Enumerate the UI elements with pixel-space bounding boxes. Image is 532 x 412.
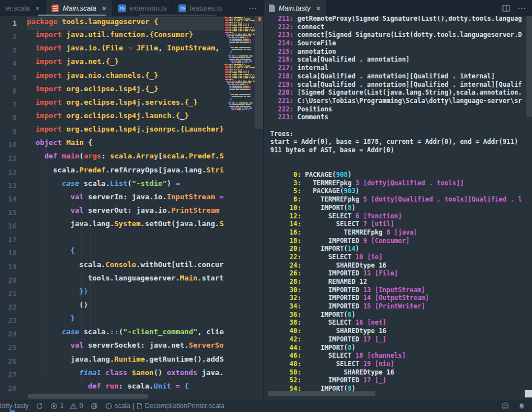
tasty-line[interactable]: 46: SELECT 18 [channels] [270, 352, 522, 360]
line-number[interactable]: 14 [0, 193, 27, 206]
tasty-line[interactable]: 220: [Signed Signature(List(java.lang.St… [270, 88, 522, 97]
tasty-line[interactable]: 10: IMPORT(8) [270, 204, 522, 212]
problems-item[interactable]: 1 0 [50, 402, 83, 410]
line-number[interactable]: 19 [0, 260, 27, 274]
tab-er-scala[interactable]: er.scala × [0, 0, 46, 16]
language-mode-item[interactable]: scala | DecompilationPrinter.scala [105, 402, 224, 410]
tasty-line[interactable] [270, 154, 522, 163]
overview-ruler[interactable] [255, 16, 263, 400]
tasty-line[interactable]: 44: IMPORT(8) [270, 344, 522, 352]
code-line[interactable]: import java.util.function.{Consumer} [27, 30, 224, 44]
code-line[interactable]: val serverSocket: java.net.ServerSoc [27, 341, 224, 354]
tasty-line[interactable]: 0: PACKAGE(908) [270, 171, 522, 179]
line-number[interactable]: 21 [0, 287, 27, 301]
code-line[interactable] [27, 233, 224, 246]
tasty-output[interactable]: 211: getRemoteProxy[Signed Signature(Lis… [270, 16, 522, 393]
line-number[interactable]: 22 [0, 301, 27, 314]
line-number[interactable]: 12 [0, 166, 27, 179]
close-icon[interactable]: × [316, 4, 321, 12]
line-number[interactable]: 18 [0, 246, 27, 260]
sync-icon[interactable] [36, 402, 43, 410]
line-number[interactable]: 11 [0, 152, 27, 165]
tasty-line[interactable]: 52: IMPORTED 17 [_] [270, 376, 522, 385]
line-number[interactable]: 7 [0, 98, 27, 111]
code-line[interactable]: }) [27, 287, 224, 301]
tasty-line[interactable]: 20: IMPORT(14) [270, 245, 522, 253]
tasty-line[interactable]: 14: SELECT 7 [util] [270, 220, 522, 228]
code-line[interactable]: case scala.List("-stdio") ⇒ [27, 179, 224, 193]
line-number[interactable]: 9 [0, 125, 27, 138]
tasty-line[interactable]: 3: TERMREFpkg 3 [dotty[Qualified . tools… [270, 179, 522, 188]
tasty-line[interactable]: 30: IMPORTED 13 [InputStream] [270, 286, 522, 294]
tasty-line[interactable]: start = Addr(0), base = 1878, current = … [270, 138, 522, 146]
horizontal-scrollbar-thumb[interactable] [268, 391, 375, 396]
tasty-line[interactable]: 50: SHAREDtype 16 [270, 368, 522, 377]
code-line[interactable]: { [27, 246, 224, 260]
line-number[interactable]: 25 [0, 341, 27, 354]
line-number[interactable]: 23 [0, 314, 27, 327]
tab-features-ts[interactable]: TS features.ts [173, 0, 228, 16]
tab-main-tasty[interactable]: Main.tasty × [263, 0, 327, 16]
line-number[interactable]: 28 [0, 382, 27, 395]
tasty-line[interactable]: 219: scala[Qualified . annotation][Quali… [270, 81, 522, 89]
code-line[interactable]: java.lang.System.setOut(java.lang.Sy [27, 219, 224, 233]
code-line[interactable]: () [27, 301, 224, 314]
code-area[interactable]: package tools.languageserver {import jav… [27, 17, 224, 395]
tasty-line[interactable]: 40: SHAREDtype 16 [270, 327, 522, 335]
tasty-line[interactable]: 5: PACKAGE(903) [270, 187, 522, 195]
tasty-line[interactable]: 18: IMPORTED 9 [Consumer] [270, 237, 522, 245]
line-number[interactable]: 16 [0, 219, 27, 233]
code-line[interactable]: val serverIn: java.io.InputStream = [27, 193, 224, 206]
notifications-bell-icon[interactable] [518, 402, 525, 410]
more-actions-icon[interactable]: ⋯ [243, 3, 263, 13]
close-icon[interactable]: × [102, 4, 106, 12]
line-number[interactable]: 17 [0, 233, 27, 246]
code-line[interactable]: val serverOut: java.io.PrintStream = [27, 206, 224, 219]
tasty-line[interactable]: 216: scala[Qualified . annotation] [270, 55, 522, 64]
left-editor-pane[interactable]: 1234567891011121314151617181920212223242… [0, 16, 263, 400]
code-line[interactable]: import org.eclipse.lsp4j.services.{_} [27, 98, 224, 111]
tasty-line[interactable]: 36: IMPORT(6) [270, 311, 522, 319]
minimap[interactable] [224, 17, 255, 146]
vertical-scrollbar-thumb[interactable] [526, 16, 532, 117]
tasty-line[interactable]: 26: IMPORTED 11 [File] [270, 269, 522, 278]
code-line[interactable]: def run: scala.Unit = { [27, 382, 224, 395]
close-icon[interactable]: × [35, 4, 40, 12]
line-number[interactable]: 13 [0, 179, 27, 193]
tasty-line[interactable]: 911 bytes of AST, base = Addr(0) [270, 146, 522, 154]
tasty-line[interactable]: 213: connect[Signed Signature(List(dotty… [270, 31, 522, 39]
tasty-line[interactable] [270, 162, 522, 171]
split-editor-icon[interactable] [502, 4, 511, 13]
tasty-line[interactable]: 42: IMPORTED 17 [_] [270, 335, 522, 344]
code-line[interactable]: scala.Console.withOut[util.concurr [27, 260, 224, 274]
tasty-line[interactable]: 38: SELECT 16 [net] [270, 319, 522, 327]
code-line[interactable]: final class $anon() extends java.l [27, 368, 224, 382]
code-line[interactable]: } [27, 314, 224, 327]
line-number[interactable]: 15 [0, 206, 27, 219]
code-line[interactable]: case scala.::("-client_command", clien [27, 327, 224, 341]
code-line[interactable]: def main(args: scala.Array[scala.Predef.… [27, 152, 224, 165]
tasty-line[interactable]: 22: SELECT 10 [io] [270, 253, 522, 261]
code-line[interactable]: import org.eclipse.lsp4j.jsonrpc.{Launch… [27, 125, 224, 138]
line-number[interactable]: 20 [0, 274, 27, 287]
line-number[interactable]: 26 [0, 355, 27, 368]
tasty-line[interactable]: 214: SourceFile [270, 39, 522, 48]
code-line[interactable]: java.lang.Runtime.getRuntime().addSh [27, 355, 224, 368]
code-line[interactable]: object Main { [27, 138, 224, 152]
tasty-line[interactable]: 212: connect [270, 23, 522, 31]
line-number[interactable]: 24 [0, 327, 27, 341]
more-actions-icon[interactable]: ⋯ [512, 3, 532, 13]
code-line[interactable]: import java.io.{File ⇒ JFile, InputStrea… [27, 44, 224, 57]
line-number[interactable]: 4 [0, 57, 27, 71]
code-line[interactable]: package tools.languageserver { [27, 17, 224, 30]
tasty-line[interactable]: 222: Positions [270, 105, 522, 114]
line-number[interactable]: 6 [0, 85, 27, 98]
code-line[interactable]: import java.net.{_} [27, 57, 224, 71]
tasty-line[interactable]: 215: annotation [270, 48, 522, 56]
line-number[interactable]: 8 [0, 111, 27, 125]
git-branch-item[interactable]: dotty-tasty [0, 402, 29, 410]
vertical-scrollbar-thumb[interactable] [255, 16, 263, 129]
line-number[interactable]: 2 [0, 30, 27, 44]
code-line[interactable]: tools.languageserver.Main.startS [27, 274, 224, 287]
globe-icon[interactable] [91, 402, 98, 410]
